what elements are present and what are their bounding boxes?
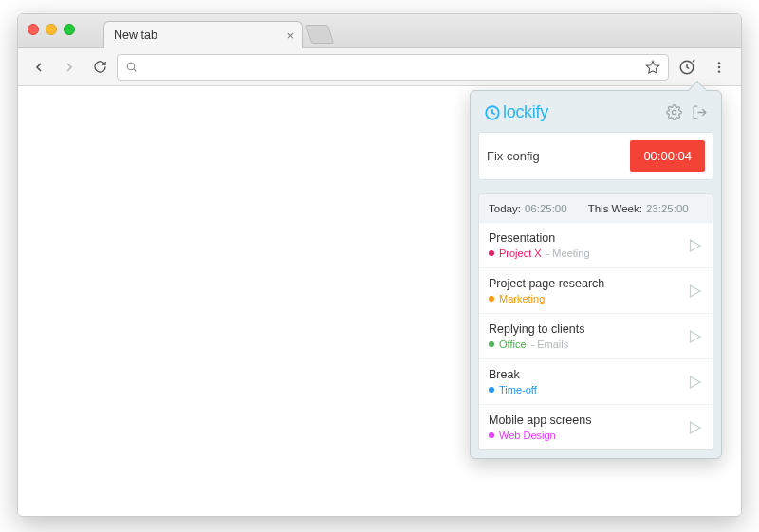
svg-point-9 <box>672 110 676 114</box>
project-color-dot <box>489 341 494 347</box>
window-minimize-button[interactable] <box>46 24 57 35</box>
tab-close-icon[interactable]: × <box>287 28 294 42</box>
clock-icon <box>484 104 501 121</box>
svg-line-4 <box>693 59 694 61</box>
extension-icon[interactable] <box>673 54 701 81</box>
tab-title: New tab <box>114 28 157 42</box>
timer-description-input[interactable]: Fix config <box>487 149 622 163</box>
timer-card: Fix config 00:00:04 <box>478 132 713 180</box>
entry-subtitle: Web Design <box>489 430 678 441</box>
project-color-dot <box>489 296 494 302</box>
entry-title: Presentation <box>489 231 678 245</box>
svg-point-0 <box>127 63 135 70</box>
window-close-button[interactable] <box>28 24 39 35</box>
entry-project: Project X <box>499 248 542 259</box>
reload-button[interactable] <box>86 54 113 81</box>
svg-point-6 <box>718 65 720 67</box>
summary-today-value: 06:25:00 <box>525 203 567 214</box>
entry-main: PresentationProject X- Meeting <box>489 231 678 259</box>
entry-project: Marketing <box>499 293 545 304</box>
time-entry[interactable]: Replying to clientsOffice- Emails <box>479 313 713 358</box>
entry-main: BreakTime-off <box>489 368 678 395</box>
entry-title: Mobile app screens <box>489 413 678 427</box>
project-color-dot <box>489 432 494 438</box>
entry-main: Project page researchMarketing <box>489 277 678 304</box>
project-color-dot <box>489 387 494 393</box>
play-icon[interactable] <box>686 283 703 300</box>
svg-point-7 <box>718 70 720 72</box>
entry-project: Web Design <box>499 430 556 441</box>
svg-marker-11 <box>691 240 701 251</box>
title-bar: New tab × <box>18 14 741 48</box>
window-zoom-button[interactable] <box>64 24 75 35</box>
time-entry[interactable]: Project page researchMarketing <box>479 267 713 313</box>
summary-week: This Week:23:25:00 <box>588 203 689 214</box>
play-icon[interactable] <box>686 419 703 436</box>
entry-extra: - Meeting <box>546 248 590 259</box>
entry-title: Break <box>489 368 678 381</box>
entry-main: Replying to clientsOffice- Emails <box>489 322 678 350</box>
new-tab-button[interactable] <box>305 25 334 44</box>
entry-subtitle: Marketing <box>489 293 678 304</box>
timer-stop-button[interactable]: 00:00:04 <box>630 140 705 172</box>
svg-marker-13 <box>691 331 701 342</box>
window-controls <box>28 24 75 35</box>
browser-tab[interactable]: New tab × <box>103 21 303 48</box>
svg-marker-2 <box>646 61 658 73</box>
browser-menu-icon[interactable] <box>705 54 733 81</box>
brand-logo: lockify <box>484 102 548 122</box>
play-icon[interactable] <box>686 374 703 391</box>
summary-today: Today:06:25:00 <box>489 203 567 214</box>
summary-week-value: 23:25:00 <box>646 203 689 214</box>
entry-project: Office <box>499 339 527 350</box>
forward-button[interactable] <box>56 54 83 81</box>
entry-main: Mobile app screensWeb Design <box>489 413 678 441</box>
entry-title: Project page research <box>489 277 678 290</box>
page-content: lockify Fix config 00:00:04 Today:06:2 <box>18 86 741 516</box>
logout-icon[interactable] <box>692 104 708 120</box>
settings-icon[interactable] <box>666 104 682 120</box>
popover-header: lockify <box>478 99 713 132</box>
entry-project: Time-off <box>499 384 537 395</box>
svg-marker-14 <box>691 376 701 388</box>
svg-line-1 <box>134 69 136 71</box>
play-icon[interactable] <box>686 328 703 345</box>
search-icon <box>125 61 138 73</box>
entry-subtitle: Time-off <box>489 384 678 395</box>
time-entry[interactable]: PresentationProject X- Meeting <box>479 223 713 267</box>
entry-extra: - Emails <box>531 339 569 350</box>
summary-today-label: Today: <box>489 203 521 214</box>
extension-popover: lockify Fix config 00:00:04 Today:06:2 <box>470 90 722 459</box>
bookmark-star-icon[interactable] <box>645 60 660 75</box>
entry-subtitle: Office- Emails <box>489 339 678 350</box>
back-button[interactable] <box>26 54 52 81</box>
time-entry[interactable]: Mobile app screensWeb Design <box>479 404 713 449</box>
entry-title: Replying to clients <box>489 322 678 336</box>
browser-window: New tab × <box>17 13 742 517</box>
entries-list: PresentationProject X- MeetingProject pa… <box>478 223 713 450</box>
brand-text: lockify <box>503 102 548 122</box>
entry-subtitle: Project X- Meeting <box>489 248 678 259</box>
svg-marker-15 <box>691 422 701 433</box>
address-bar[interactable] <box>117 54 669 81</box>
svg-point-5 <box>718 62 720 64</box>
play-icon[interactable] <box>686 237 703 254</box>
summary-week-label: This Week: <box>588 203 642 214</box>
time-entry[interactable]: BreakTime-off <box>479 358 713 404</box>
summary-bar: Today:06:25:00 This Week:23:25:00 <box>478 193 713 223</box>
project-color-dot <box>489 250 494 256</box>
toolbar <box>18 48 741 86</box>
svg-marker-12 <box>691 285 701 297</box>
